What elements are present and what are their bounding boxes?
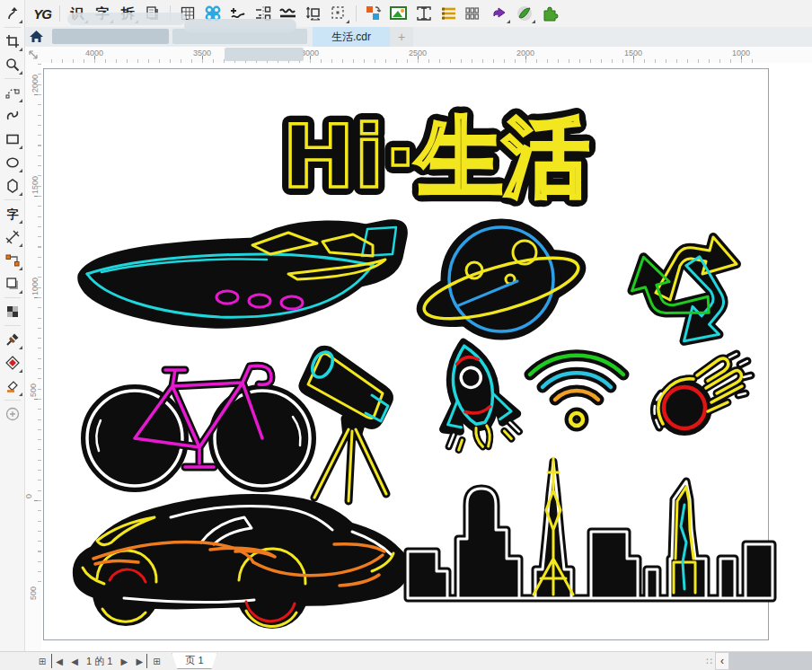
drop-shadow-tool[interactable] (2, 273, 23, 295)
export-arrow-icon (490, 4, 508, 22)
sticker-neon-title[interactable]: Hi·生活 Hi·生活 (282, 107, 589, 207)
ruler-origin-icon (28, 49, 39, 60)
scroll-left-button[interactable]: ‹ (715, 652, 729, 670)
polygon-icon (5, 179, 20, 193)
drawing-canvas[interactable]: Hi·生活 Hi·生活 (41, 63, 812, 652)
ruler-origin[interactable] (25, 47, 42, 64)
previous-page-button[interactable]: ◀ (68, 654, 81, 668)
active-tab-label: 生活.cdr (331, 30, 371, 45)
color-replace-button[interactable] (362, 3, 385, 24)
eyedropper-icon (5, 332, 20, 347)
page-tab[interactable]: 页 1 (172, 653, 216, 669)
yg-plugin-button[interactable]: YG (31, 3, 54, 24)
plugin-puzzle-icon (541, 4, 559, 22)
home-tab-button[interactable] (25, 27, 47, 47)
marquee-select-icon (330, 4, 348, 22)
ink-pen-button[interactable] (513, 3, 536, 24)
document-tab-bar: 生活.cdr + (25, 27, 812, 48)
ellipse-tool[interactable] (2, 152, 23, 173)
shape-tool[interactable] (2, 3, 23, 24)
toolbox-divider (4, 27, 21, 28)
status-bar: ⊞ ◀ ◀ 1 的 1 ▶ ▶ ⊞ 页 1 ∷ ‹ (0, 651, 812, 670)
active-document-tab[interactable]: 生活.cdr (313, 27, 390, 47)
dimension-tool[interactable] (2, 226, 23, 248)
plugin-puzzle-button[interactable] (538, 3, 561, 24)
first-page-button[interactable]: ◀ (51, 654, 66, 668)
text-tool-icon: 字 (5, 207, 20, 221)
add-tools-button[interactable] (2, 403, 23, 425)
interactive-fill-tool[interactable] (2, 352, 23, 374)
plus-circle-icon (5, 407, 20, 421)
page-tab-label: 页 1 (185, 654, 203, 667)
shadow-icon (5, 277, 20, 291)
zoom-tool[interactable] (2, 54, 23, 75)
transparency-tool[interactable] (2, 301, 23, 322)
bezier-icon (5, 85, 20, 100)
h-ruler-label: 3500 (193, 48, 211, 57)
h-ruler-label: 2000 (516, 48, 534, 57)
fill-bucket-icon (5, 379, 20, 393)
plus-icon: + (398, 30, 405, 44)
redaction-smear (184, 19, 296, 32)
splitter-grip-icon[interactable]: ∷ (703, 656, 715, 667)
shape-tool-icon (5, 6, 20, 21)
ellipse-icon (5, 155, 20, 170)
resize-object-button[interactable] (302, 3, 325, 24)
next-page-button[interactable]: ▶ (118, 654, 130, 668)
grid-barcode-button[interactable] (463, 3, 486, 24)
toolbox-divider (4, 199, 21, 200)
artistic-media-tool[interactable] (2, 105, 23, 127)
v-ruler-label: 1000 (31, 278, 40, 295)
image-frame-button[interactable] (387, 3, 410, 24)
checkerboard-icon (5, 304, 20, 319)
text-frame-button[interactable] (412, 3, 436, 24)
redaction-smear (225, 48, 304, 61)
toolbar-separator (59, 5, 60, 22)
toolbox-divider (4, 78, 21, 79)
artwork: Hi·生活 Hi·生活 (41, 63, 812, 652)
list-icon (440, 4, 458, 22)
left-toolbox: 字 (0, 0, 25, 652)
horizontal-ruler[interactable]: 4000 3500 3000 2500 2000 1500 1000 (41, 47, 812, 64)
v-ruler-label: 500 (29, 586, 38, 600)
toolbar-separator (356, 5, 357, 22)
smart-fill-tool[interactable] (2, 375, 23, 397)
freehand-curve-icon (5, 109, 20, 123)
toolbox-divider (4, 325, 21, 326)
fill-diamond-icon (5, 356, 20, 370)
marquee-select-button[interactable] (327, 3, 350, 24)
text-tool[interactable]: 字 (2, 203, 23, 225)
crop-tool[interactable] (2, 31, 23, 52)
eyedropper-tool[interactable] (2, 329, 23, 350)
last-page-button[interactable]: ▶ (133, 654, 147, 668)
new-tab-button[interactable]: + (390, 27, 413, 47)
toolbox-divider (4, 297, 21, 298)
list-button[interactable] (437, 3, 461, 24)
bezier-curve-tool[interactable] (2, 82, 23, 103)
v-ruler-label: 2000 (31, 75, 40, 93)
magnifier-icon (5, 57, 20, 72)
scrollbar-thumb[interactable] (729, 652, 812, 670)
v-ruler-label: 1500 (31, 176, 40, 194)
add-page-before-button[interactable]: ⊞ (36, 654, 49, 668)
page-navigation: ⊞ ◀ ◀ 1 的 1 ▶ ▶ ⊞ (36, 654, 163, 668)
horizontal-scrollbar: ∷ ‹ (703, 652, 812, 670)
add-page-after-button[interactable]: ⊞ (150, 654, 163, 668)
vertical-ruler[interactable]: 2000 1500 1000 500 0 500 (25, 63, 42, 652)
yg-logo: YG (33, 6, 51, 22)
grid-barcode-icon (464, 4, 484, 22)
color-replace-icon (365, 4, 383, 22)
connector-tool[interactable] (2, 250, 23, 271)
v-ruler-label: 500 (29, 383, 38, 397)
redaction-smear (67, 13, 186, 25)
chevron-left-icon: ‹ (720, 655, 724, 667)
toolbox-divider (4, 400, 21, 401)
resize-object-icon (304, 4, 322, 22)
export-arrow-button[interactable] (488, 3, 511, 24)
polygon-tool[interactable] (2, 175, 23, 197)
connector-icon (5, 253, 20, 268)
text-frame-icon (415, 4, 433, 22)
page-indicator: 1 的 1 (86, 655, 112, 668)
rectangle-tool[interactable] (2, 128, 23, 150)
h-ruler-label: 1000 (732, 48, 750, 57)
